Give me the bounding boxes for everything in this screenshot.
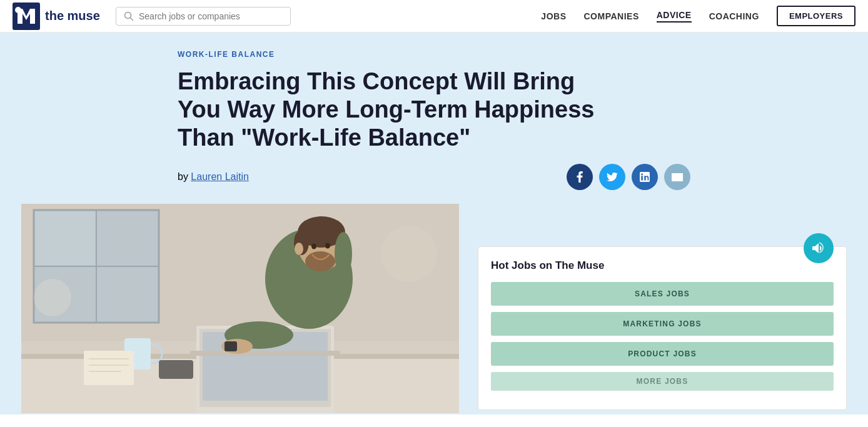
- content-row: Hot Jobs on The Muse SALES JOBS MARKETIN…: [9, 203, 859, 414]
- megaphone-badge: [804, 233, 834, 263]
- logo-text: the muse: [45, 9, 100, 23]
- svg-point-37: [381, 226, 437, 282]
- search-icon: [124, 11, 134, 21]
- nav-coaching[interactable]: COACHING: [709, 11, 759, 21]
- facebook-icon: [577, 171, 583, 183]
- svg-line-3: [131, 18, 133, 20]
- email-icon: [672, 173, 683, 181]
- nav-companies[interactable]: COMPANIES: [583, 11, 638, 21]
- more-jobs-button[interactable]: MORE JOBS: [491, 372, 834, 391]
- social-icons: [567, 164, 690, 190]
- svg-point-36: [34, 279, 71, 316]
- svg-point-25: [325, 243, 330, 249]
- share-facebook-button[interactable]: [567, 164, 593, 190]
- megaphone-icon: [810, 240, 827, 256]
- svg-rect-31: [84, 351, 134, 385]
- hero-section: WORK-LIFE BALANCE Embracing This Concept…: [0, 33, 868, 414]
- svg-rect-29: [225, 341, 237, 351]
- nav-links: JOBS COMPANIES ADVICE COACHING EMPLOYERS: [541, 6, 855, 26]
- hot-jobs-card: Hot Jobs on The Muse SALES JOBS MARKETIN…: [478, 246, 847, 410]
- nav-jobs[interactable]: JOBS: [541, 11, 566, 21]
- twitter-icon: [607, 173, 618, 181]
- svg-point-26: [295, 243, 303, 255]
- muse-logo-icon: [13, 3, 40, 30]
- svg-rect-35: [159, 360, 193, 379]
- svg-rect-16: [190, 351, 340, 356]
- article-image-area: [21, 203, 459, 414]
- meta-row: by Lauren Laitin: [178, 164, 690, 190]
- author-link[interactable]: Lauren Laitin: [191, 171, 249, 182]
- marketing-jobs-button[interactable]: MARKETING JOBS: [491, 312, 834, 336]
- article-title: Embracing This Concept Will Bring You Wa…: [178, 68, 615, 151]
- author-prefix: by: [178, 171, 188, 182]
- svg-point-23: [335, 232, 352, 276]
- category-label: WORK-LIFE BALANCE: [178, 50, 690, 59]
- svg-point-24: [311, 244, 316, 249]
- share-email-button[interactable]: [664, 164, 690, 190]
- navbar: the muse JOBS COMPANIES ADVICE COACHING …: [0, 0, 868, 33]
- share-twitter-button[interactable]: [599, 164, 625, 190]
- search-input[interactable]: [139, 11, 283, 21]
- linkedin-icon: [640, 172, 650, 182]
- sidebar: Hot Jobs on The Muse SALES JOBS MARKETIN…: [478, 203, 847, 414]
- logo[interactable]: the muse: [13, 3, 103, 30]
- search-bar[interactable]: [116, 7, 291, 26]
- employers-button[interactable]: EMPLOYERS: [777, 6, 855, 26]
- svg-point-21: [305, 251, 335, 271]
- sales-jobs-button[interactable]: SALES JOBS: [491, 282, 834, 306]
- hot-jobs-title: Hot Jobs on The Muse: [491, 259, 834, 272]
- nav-advice[interactable]: ADVICE: [657, 10, 692, 23]
- author-line: by Lauren Laitin: [178, 171, 249, 183]
- article-image: [21, 203, 459, 414]
- product-jobs-button[interactable]: PRODUCT JOBS: [491, 342, 834, 366]
- share-linkedin-button[interactable]: [632, 164, 658, 190]
- svg-point-1: [15, 7, 21, 13]
